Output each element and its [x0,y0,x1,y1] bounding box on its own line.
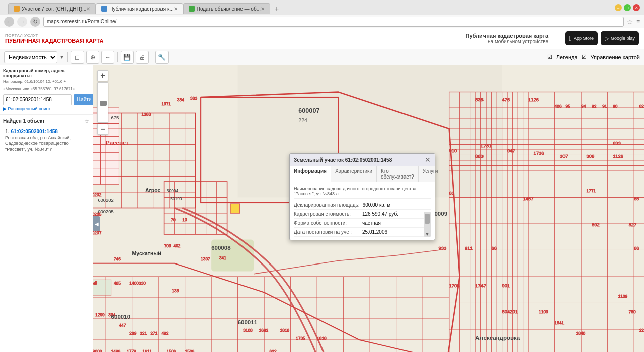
popup-tab-services[interactable]: Кто обслуживает? [377,166,419,182]
point-tool-button[interactable]: ⊕ [86,51,99,64]
svg-text:406: 406 [555,104,562,109]
svg-text:833: 833 [613,140,621,146]
svg-text:1506: 1506 [185,349,195,352]
search-input[interactable] [3,94,72,105]
popup-row-0: Декларированная площадь: 600.00 кв. м [294,201,431,210]
map-title-line2: на мобильном устройстве [466,39,549,44]
bookmark-icon[interactable]: ☆ [627,18,633,26]
popup-close-button[interactable]: ✕ [425,156,431,163]
toolbar-separator-1 [67,52,68,62]
svg-text:Рассвет: Рассвет [106,140,129,146]
svg-text:70: 70 [171,217,176,222]
toolbar-separator-2 [117,52,118,62]
polygon-tool-button[interactable]: ◻ [71,51,84,64]
panel-toggle-arrow[interactable]: ◀ [93,216,100,231]
svg-text:306: 306 [587,153,595,159]
app-store-badge[interactable]:  App Store [565,31,598,45]
new-tab-icon: + [275,5,279,13]
svg-text:50004: 50004 [167,188,179,193]
browser-tab-3[interactable]: Подать объявление — об... ✕ [183,3,270,14]
svg-text:95: 95 [566,104,571,109]
svg-text:402: 402 [174,243,181,248]
browser-tab-new[interactable]: + [270,3,284,14]
advanced-search-link[interactable]: ▶ Расширенный поиск [3,106,90,111]
svg-text:1371: 1371 [161,101,171,106]
svg-text:91: 91 [602,104,607,109]
measure-button[interactable]: ↔ [101,51,114,64]
result-item-1[interactable]: 1. 61:02:0502001:1458 Ростовская обл, р-… [3,127,90,154]
svg-text:492: 492 [161,331,168,336]
tab-close-1[interactable]: ✕ [86,6,90,12]
svg-text:600011: 600011 [238,319,258,325]
popup-label-1: Кадастровая стоимость: [294,211,359,217]
url-input[interactable] [43,17,624,27]
zoom-in-button[interactable]: + [97,70,108,81]
maximize-button[interactable]: □ [624,4,631,11]
chrome-menu-icon[interactable]: ≡ [636,18,640,25]
svg-text:485: 485 [114,281,121,286]
portal-title[interactable]: ПУБЛИЧНАЯ КАДАСТРОВАЯ КАРТА [5,38,103,44]
browser-tab-2[interactable]: Публичная кадастровая к... ✕ [96,3,183,14]
google-play-badge[interactable]: ▷ Google play [601,31,639,45]
browser-tab-1[interactable]: Участок 7 сот. (СНТ, ДНП)... ✕ [8,3,96,14]
svg-text:1692: 1692 [259,328,269,333]
svg-text:10: 10 [182,217,187,222]
search-label: Кадастровый номер, адрес, координаты: [3,68,90,78]
google-play-label: Google play [611,36,635,41]
app-store-label: App Store [574,36,594,41]
property-type-select[interactable]: Недвижимость [4,51,57,63]
toolbar-separator-3 [152,52,152,62]
minimize-button[interactable]: – [615,4,622,11]
checkbox-manage[interactable]: ☑ [582,54,587,60]
checkbox-legend[interactable]: ☑ [547,54,552,60]
popup-tab-info[interactable]: Информация [290,166,331,182]
back-button[interactable]: ← [4,17,14,27]
results-star-icon[interactable]: ☆ [84,118,90,125]
svg-text:1771: 1771 [587,188,596,193]
save-button[interactable]: 💾 [121,51,134,64]
forward-button[interactable]: → [17,17,27,27]
tab-label-3: Подать объявление — об... [197,6,261,12]
svg-text:1736: 1736 [534,151,544,156]
popup-tab-services2[interactable]: Услуги [419,166,443,182]
svg-text:1611: 1611 [143,349,152,352]
svg-text:836: 836 [475,97,484,102]
scroll-down-indicator[interactable]: ▼ [424,212,431,237]
browser-chrome: Участок 7 сот. (СНТ, ДНП)... ✕ Публичная… [0,0,644,28]
search-section: Кадастровый номер, адрес, координаты: На… [0,65,93,115]
manage-map-label: Управление картой [591,54,640,60]
zoom-slider[interactable] [97,82,108,123]
svg-text:9008: 9008 [93,349,102,352]
popup-row-3: Дата постановки на учет: 25.01.2006 [294,228,431,237]
results-section: Найден 1 объект ☆ 1. 61:02:0502001:1458 … [0,115,93,352]
svg-text:911: 911 [465,246,473,251]
tools-button[interactable]: 🔧 [155,51,169,64]
svg-text:1496: 1496 [111,349,121,352]
apple-icon:  [569,34,572,42]
map-area: 836 476 1126 406 95 94 92 91 90 883 910 … [93,65,644,352]
app-badges:  App Store ▷ Google play [565,31,639,45]
svg-text:1397: 1397 [201,257,210,262]
result-id[interactable]: 61:02:0502001:1458 [11,129,57,134]
svg-text:1747: 1747 [475,283,486,288]
popup-value-1: 126 590.47 руб. [362,211,398,217]
reload-button[interactable]: ↻ [30,17,40,27]
svg-text:383: 383 [190,96,197,101]
tab-close-3[interactable]: ✕ [261,6,265,12]
tab-close-2[interactable]: ✕ [174,6,178,12]
svg-text:92: 92 [592,104,597,109]
zoom-out-button[interactable]: − [97,124,108,135]
svg-text:1541: 1541 [555,320,565,325]
dropdown-arrow-icon: ▼ [59,54,64,60]
popup-tab-characteristics[interactable]: Характеристики [331,166,377,182]
svg-text:1109: 1109 [539,310,548,315]
print-button[interactable]: 🖨 [136,51,149,64]
close-button[interactable]: ✕ [633,4,640,11]
portal-label: ПОРТАЛ УСЛУГ [5,33,103,38]
svg-text:3108: 3108 [243,328,253,333]
svg-text:622: 622 [270,349,277,352]
popup-content: Наименование садово-дачного, огородного … [290,182,435,240]
svg-text:1109: 1109 [618,294,628,299]
svg-text:1126: 1126 [528,97,539,102]
search-button[interactable]: Найти [74,94,95,105]
